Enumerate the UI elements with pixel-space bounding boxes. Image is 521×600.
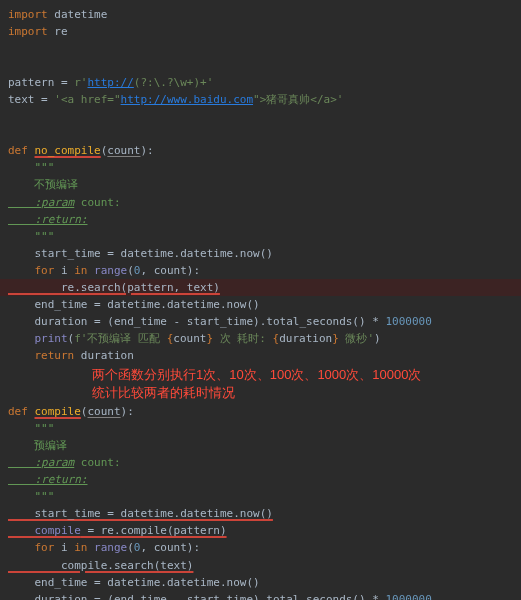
- code-line: text = '<a href="http://www.baidu.com">猪…: [8, 91, 513, 108]
- docstring: """: [8, 420, 513, 437]
- code-line: def compile(count):: [8, 403, 513, 420]
- code-line: start_time = datetime.datetime.now(): [8, 505, 513, 522]
- blank-line: [8, 40, 513, 57]
- docstring: """: [8, 488, 513, 505]
- url-link[interactable]: http://www.baidu.com: [121, 93, 253, 106]
- blank-line: [8, 125, 513, 142]
- annotation-text: 统计比较两者的耗时情况: [8, 384, 513, 402]
- code-line: duration = (end_time - start_time).total…: [8, 591, 513, 600]
- code-line: for i in range(0, count):: [8, 262, 513, 279]
- docstring: """: [8, 228, 513, 245]
- docstring: """: [8, 159, 513, 176]
- code-line: end_time = datetime.datetime.now(): [8, 296, 513, 313]
- docstring: :param count:: [8, 194, 513, 211]
- code-line: for i in range(0, count):: [8, 539, 513, 556]
- annotation: 两个函数分别执行1次、10次、100次、1000次、10000次 统计比较两者的…: [8, 366, 513, 401]
- blank-line: [8, 108, 513, 125]
- function-name: no_compile: [35, 144, 101, 157]
- code-line: compile = re.compile(pattern): [8, 522, 513, 539]
- docstring: :param count:: [8, 454, 513, 471]
- docstring: :return:: [8, 471, 513, 488]
- code-line: start_time = datetime.datetime.now(): [8, 245, 513, 262]
- param: count: [87, 405, 120, 418]
- code-line: duration = (end_time - start_time).total…: [8, 313, 513, 330]
- highlight-line: re.search(pattern, text): [0, 279, 521, 296]
- code-line: print(f'不预编译 匹配 {count} 次 耗时: {duration}…: [8, 330, 513, 347]
- param: count: [107, 144, 140, 157]
- docstring: :return:: [8, 211, 513, 228]
- keyword: import: [8, 8, 48, 21]
- url-link[interactable]: http://: [87, 76, 133, 89]
- code-line: def no_compile(count):: [8, 142, 513, 159]
- code-editor: import datetime import re pattern = r'ht…: [0, 0, 521, 600]
- annotation-text: 两个函数分别执行1次、10次、100次、1000次、10000次: [8, 366, 513, 384]
- docstring: 不预编译: [8, 176, 513, 193]
- code-line: import datetime: [8, 6, 513, 23]
- code-line: end_time = datetime.datetime.now(): [8, 574, 513, 591]
- code-line: return duration: [8, 347, 513, 364]
- code-line: pattern = r'http://(?:\.?\w+)+': [8, 74, 513, 91]
- docstring: 预编译: [8, 437, 513, 454]
- code-line: import re: [8, 23, 513, 40]
- function-name: compile: [35, 405, 81, 418]
- blank-line: [8, 57, 513, 74]
- code-line: compile.search(text): [8, 557, 513, 574]
